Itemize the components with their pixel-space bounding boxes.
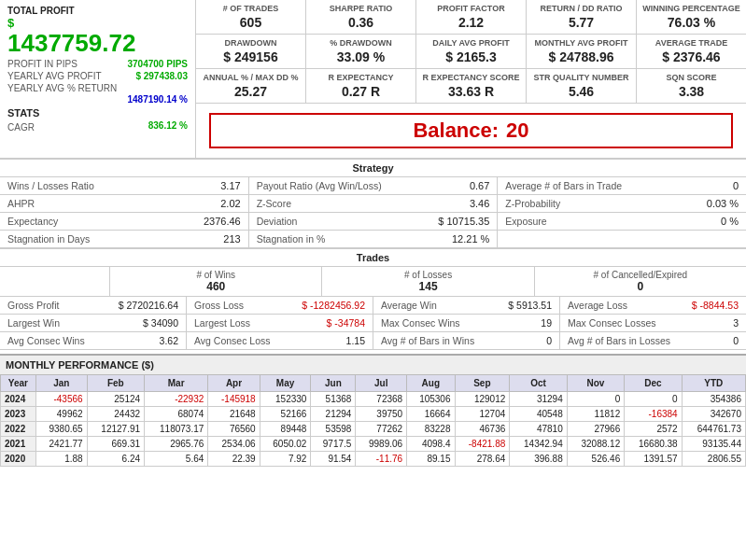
strategy-row: AHPR2.02Z-Score3.46Z-Probability0.03 % bbox=[0, 195, 746, 213]
stats-row2: DRAWDOWN$ 249156% DRAWDOWN33.09 %DAILY A… bbox=[196, 35, 746, 69]
strategy-row: Expectancy2376.46Deviation$ 10715.35Expo… bbox=[0, 213, 746, 231]
trades-summary-cell: # of Cancelled/Expired0 bbox=[535, 267, 746, 296]
strategy-cell: Deviation$ 10715.35 bbox=[249, 213, 499, 230]
monthly-cell: 51368 bbox=[311, 392, 356, 407]
pip-row: PROFIT IN PIPS 3704700 PIPS bbox=[7, 59, 188, 69]
strategy-row: Wins / Losses Ratio3.17Payout Ratio (Avg… bbox=[0, 177, 746, 195]
monthly-cell: 89448 bbox=[260, 422, 311, 437]
trades-cell: Avg # of Bars in Losses0 bbox=[560, 332, 746, 349]
monthly-cell: 342670 bbox=[682, 407, 745, 422]
monthly-cell: 396.88 bbox=[510, 452, 567, 467]
trades-cell: Avg Consec Wins3.62 bbox=[0, 332, 187, 349]
monthly-cell: 129012 bbox=[455, 392, 510, 407]
monthly-cell: 526.46 bbox=[567, 452, 624, 467]
top-section: TOTAL PROFIT $ 1437759.72 PROFIT IN PIPS… bbox=[0, 0, 746, 159]
monthly-cell: 669.31 bbox=[87, 437, 144, 452]
trades-row: Avg Consec Wins3.62Avg Consec Loss1.15Av… bbox=[0, 332, 746, 350]
monthly-cell: 39750 bbox=[356, 407, 407, 422]
strategy-section: Strategy Wins / Losses Ratio3.17Payout R… bbox=[0, 159, 746, 248]
trades-summary-cell: # of Wins460 bbox=[110, 267, 322, 296]
monthly-header: Jan bbox=[35, 375, 87, 392]
trades-summary-cell: # of Losses145 bbox=[322, 267, 534, 296]
row3-balance: ANNUAL % / MAX DD %25.27R EXPECTANCY0.27… bbox=[196, 69, 746, 104]
monthly-cell: 354386 bbox=[682, 392, 745, 407]
monthly-cell: 152330 bbox=[260, 392, 311, 407]
monthly-cell: 83228 bbox=[407, 422, 455, 437]
trades-cell: Largest Win$ 34090 bbox=[0, 315, 187, 331]
stats-row1: # OF TRADES605SHARPE RATIO0.36PROFIT FAC… bbox=[196, 0, 746, 35]
left-panel: TOTAL PROFIT $ 1437759.72 PROFIT IN PIPS… bbox=[0, 0, 196, 158]
stat-cell: AVERAGE TRADE$ 2376.46 bbox=[637, 35, 746, 68]
monthly-cell: 7.92 bbox=[260, 452, 311, 467]
monthly-cell: 6050.02 bbox=[260, 437, 311, 452]
monthly-cell: 93135.44 bbox=[682, 437, 745, 452]
monthly-row: 20201.886.245.6422.397.9291.54-11.7689.1… bbox=[1, 452, 746, 467]
yearly-pct-label: YEARLY AVG % RETURN bbox=[7, 83, 117, 93]
monthly-header: Feb bbox=[87, 375, 144, 392]
strategy-cell: AHPR2.02 bbox=[0, 195, 249, 212]
monthly-cell: 2421.77 bbox=[35, 437, 87, 452]
stat-cell: R EXPECTANCY0.27 R bbox=[306, 69, 416, 103]
strategy-cell: Average # of Bars in Trade0 bbox=[498, 177, 746, 194]
strategy-cell bbox=[498, 231, 746, 247]
stat-cell: R EXPECTANCY SCORE33.63 R bbox=[416, 69, 527, 103]
stat-cell: SHARPE RATIO0.36 bbox=[306, 0, 416, 34]
monthly-cell: 6.24 bbox=[87, 452, 144, 467]
trades-cell: Average Loss$ -8844.53 bbox=[560, 297, 746, 314]
monthly-cell: 89.15 bbox=[407, 452, 455, 467]
stat-cell: RETURN / DD RATIO5.77 bbox=[527, 0, 637, 34]
monthly-cell: 52166 bbox=[260, 407, 311, 422]
monthly-cell: 11812 bbox=[567, 407, 624, 422]
monthly-cell: 22.39 bbox=[208, 452, 260, 467]
monthly-cell: 40548 bbox=[510, 407, 567, 422]
yearly-avg-value: $ 297438.03 bbox=[135, 71, 188, 81]
cagr-label: CAGR bbox=[7, 122, 35, 133]
monthly-cell: 21648 bbox=[208, 407, 260, 422]
monthly-cell: 105306 bbox=[407, 392, 455, 407]
monthly-header: Oct bbox=[510, 375, 567, 392]
monthly-cell: -43566 bbox=[35, 392, 87, 407]
monthly-header: Nov bbox=[567, 375, 624, 392]
monthly-year: 2023 bbox=[1, 407, 36, 422]
strategy-title: Strategy bbox=[0, 159, 746, 177]
strategy-rows: Wins / Losses Ratio3.17Payout Ratio (Avg… bbox=[0, 177, 746, 248]
monthly-cell: 1.88 bbox=[35, 452, 87, 467]
monthly-cell: 2572 bbox=[625, 422, 682, 437]
trades-row: Largest Win$ 34090Largest Loss$ -34784Ma… bbox=[0, 315, 746, 332]
monthly-header: Sep bbox=[455, 375, 510, 392]
stat-cell: MONTHLY AVG PROFIT$ 24788.96 bbox=[527, 35, 637, 68]
monthly-header: Dec bbox=[625, 375, 682, 392]
monthly-cell: 16680.38 bbox=[625, 437, 682, 452]
monthly-header: May bbox=[260, 375, 311, 392]
monthly-header: Mar bbox=[145, 375, 208, 392]
balance-value: 20 bbox=[506, 119, 528, 143]
trades-empty-cell bbox=[0, 267, 110, 296]
trades-data-rows: Gross Profit$ 2720216.64Gross Loss$ -128… bbox=[0, 297, 746, 350]
monthly-cell: 644761.73 bbox=[682, 422, 745, 437]
trades-row: Gross Profit$ 2720216.64Gross Loss$ -128… bbox=[0, 297, 746, 315]
monthly-cell: -22932 bbox=[145, 392, 208, 407]
monthly-cell: 2965.76 bbox=[145, 437, 208, 452]
monthly-cell: 21294 bbox=[311, 407, 356, 422]
strategy-cell: Z-Probability0.03 % bbox=[498, 195, 746, 212]
monthly-header: Jun bbox=[311, 375, 356, 392]
trades-section: Trades # of Wins460# of Losses145# of Ca… bbox=[0, 248, 746, 350]
monthly-cell: -145918 bbox=[208, 392, 260, 407]
monthly-cell: 77262 bbox=[356, 422, 407, 437]
monthly-header: Aug bbox=[407, 375, 455, 392]
cagr-value: 836.12 % bbox=[148, 120, 188, 133]
monthly-table: YearJanFebMarAprMayJunJulAugSepOctNovDec… bbox=[0, 374, 746, 467]
monthly-cell: 72368 bbox=[356, 392, 407, 407]
monthly-year: 2022 bbox=[1, 422, 36, 437]
monthly-cell: 24432 bbox=[87, 407, 144, 422]
strategy-cell: Expectancy2376.46 bbox=[0, 213, 249, 230]
stat-cell: DAILY AVG PROFIT$ 2165.3 bbox=[416, 35, 527, 68]
total-profit-value: 1437759.72 bbox=[7, 30, 188, 57]
monthly-cell: 49962 bbox=[35, 407, 87, 422]
monthly-cell: 12704 bbox=[455, 407, 510, 422]
strategy-row: Stagnation in Days213Stagnation in %12.2… bbox=[0, 231, 746, 248]
monthly-cell: 53598 bbox=[311, 422, 356, 437]
stat-cell: SQN SCORE3.38 bbox=[637, 69, 746, 103]
trades-cell: Max Consec Wins19 bbox=[373, 315, 560, 331]
stat-cell: PROFIT FACTOR2.12 bbox=[416, 0, 527, 34]
